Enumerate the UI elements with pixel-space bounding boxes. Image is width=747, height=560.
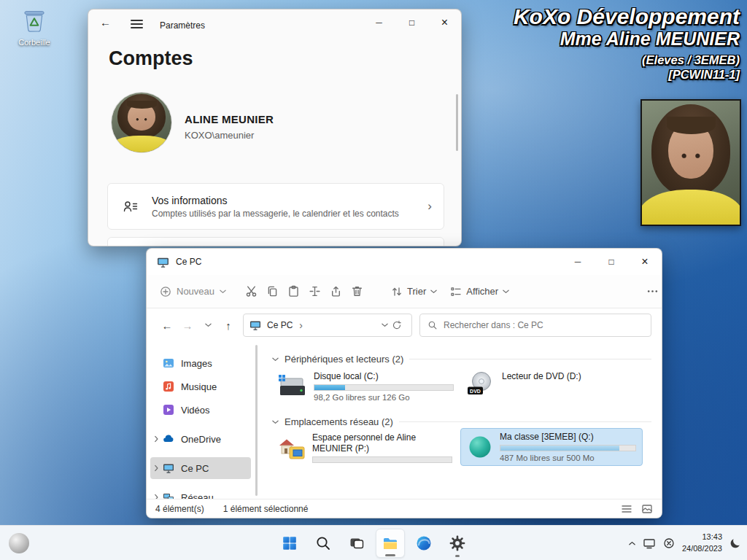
view-button[interactable]: Afficher (450, 286, 509, 298)
account-domain: KOXO\ameunier (185, 130, 254, 141)
nav-forward-button[interactable]: → (177, 315, 198, 335)
this-pc-icon (163, 462, 174, 474)
maximize-button[interactable]: □ (595, 249, 628, 274)
minimize-button[interactable]: ─ (561, 249, 595, 274)
clock[interactable]: 13:43 24/08/2023 (682, 532, 722, 554)
address-dropdown-icon[interactable] (382, 323, 388, 327)
details-view-button[interactable] (621, 503, 632, 515)
settings-scrollbar[interactable] (456, 94, 458, 151)
task-view-button[interactable] (342, 529, 371, 558)
settings-page-title: Comptes (109, 47, 193, 70)
this-pc-icon (157, 256, 169, 268)
breadcrumb-location[interactable]: Ce PC (267, 320, 293, 330)
your-info-card[interactable]: Vos informations Comptes utilisés par la… (107, 183, 444, 230)
search-icon (314, 534, 332, 552)
more-options-button[interactable] (646, 279, 659, 304)
taskbar-search-button[interactable] (309, 529, 338, 558)
settings-window: ← Paramètres ─ □ × Comptes ALINE MEUNIER… (88, 9, 462, 246)
ellipsis-icon (646, 285, 659, 298)
delete-button[interactable] (351, 279, 363, 304)
nav-back-button[interactable]: ← (157, 315, 177, 335)
sort-button[interactable]: Trier (391, 286, 437, 298)
back-icon[interactable]: ← (100, 16, 111, 28)
chevron-right-icon (155, 436, 159, 443)
sidebar-item-images[interactable]: Images (150, 352, 251, 374)
rename-button[interactable] (309, 279, 321, 304)
cut-button[interactable] (245, 279, 258, 304)
taskbar: 13:43 24/08/2023 (0, 525, 747, 560)
copy-button[interactable] (266, 279, 279, 304)
display-tray-icon[interactable] (643, 537, 656, 550)
drive-usage-bar (314, 384, 454, 391)
taskbar-edge-button[interactable] (409, 529, 438, 558)
windows-logo-icon (281, 534, 298, 552)
onedrive-icon (163, 433, 174, 445)
status-bar: 4 élément(s) 1 élément sélectionné (147, 499, 662, 518)
sidebar-item-videos[interactable]: Vidéos (150, 399, 251, 421)
running-indicator (385, 554, 395, 556)
nav-up-button[interactable]: ↑ (218, 315, 239, 335)
edge-browser-icon (415, 534, 433, 552)
paste-button[interactable] (287, 279, 300, 304)
drive-item-c[interactable]: Disque local (C:) 98,2 Go libres sur 126… (272, 368, 460, 405)
drive-item-d[interactable]: DVD Lecteur de DVD (D:) (460, 368, 638, 399)
recent-locations-button[interactable] (198, 315, 218, 335)
refresh-button[interactable] (388, 316, 406, 334)
navigation-pane: Images Musique Vidéos (147, 342, 255, 499)
network-status-icon[interactable] (663, 537, 675, 549)
close-button[interactable]: × (628, 249, 662, 274)
widgets-button[interactable] (9, 533, 29, 553)
minimize-button[interactable]: ─ (363, 9, 395, 35)
recycle-bin[interactable]: Corbeille (12, 6, 57, 47)
collapse-icon[interactable] (272, 420, 279, 424)
chevron-right-icon (155, 465, 159, 472)
file-explorer-icon (382, 534, 399, 552)
search-box[interactable] (419, 314, 651, 337)
drive-usage-bar (500, 445, 636, 451)
share-button[interactable] (330, 279, 342, 304)
running-indicator (455, 555, 460, 557)
settings-titlebar[interactable]: ← Paramètres ─ □ × (88, 9, 461, 39)
do-not-disturb-moon-icon[interactable] (729, 537, 741, 549)
search-input[interactable] (444, 320, 643, 330)
desktop-user-photo (640, 99, 741, 226)
clock-time: 13:43 (682, 532, 722, 542)
recycle-bin-label: Corbeille (12, 38, 57, 47)
close-button[interactable]: × (428, 9, 461, 35)
recycle-bin-icon (20, 6, 48, 34)
thumbnails-view-button[interactable] (641, 503, 653, 515)
group-header-devices[interactable]: Périphériques et lecteurs (2) (272, 354, 651, 365)
breadcrumb-bar[interactable]: Ce PC › (243, 314, 412, 337)
contacts-icon (123, 198, 139, 214)
new-button[interactable]: Nouveau (160, 286, 226, 298)
class-share-icon (467, 434, 493, 460)
group-header-network[interactable]: Emplacements réseau (2) (272, 416, 651, 427)
trash-icon (351, 285, 363, 298)
task-view-icon (348, 534, 365, 552)
share-icon (330, 285, 342, 298)
explorer-titlebar[interactable]: Ce PC ─ □ × (147, 249, 662, 275)
taskbar-explorer-button[interactable] (376, 529, 405, 558)
rename-icon (309, 285, 321, 298)
sidebar-item-music[interactable]: Musique (150, 376, 251, 397)
hard-drive-icon (278, 374, 307, 399)
next-card-partial[interactable] (107, 237, 444, 246)
sidebar-item-this-pc[interactable]: Ce PC (150, 457, 251, 479)
chevron-down-icon (503, 289, 509, 294)
start-button[interactable] (275, 529, 304, 558)
drive-item-p[interactable]: Espace personnel de Aline MEUNIER (P:) (272, 429, 460, 468)
tray-overflow-button[interactable] (629, 541, 635, 545)
drive-item-q[interactable]: Ma classe [3EMEB] (Q:) 487 Mo libres sur… (460, 428, 643, 466)
sidebar-scrollbar[interactable] (255, 345, 258, 496)
maximize-button[interactable]: □ (395, 9, 428, 35)
collapse-icon[interactable] (272, 357, 279, 362)
view-options-icon (450, 286, 462, 298)
taskbar-settings-button[interactable] (443, 529, 472, 558)
chevron-right-icon: › (427, 199, 432, 214)
sidebar-item-onedrive[interactable]: OneDrive (150, 428, 251, 450)
plus-icon (160, 286, 171, 298)
menu-icon[interactable] (131, 20, 143, 28)
paste-icon (287, 285, 300, 298)
command-bar: Nouveau (147, 275, 662, 308)
breadcrumb-chevron[interactable]: › (299, 319, 303, 331)
